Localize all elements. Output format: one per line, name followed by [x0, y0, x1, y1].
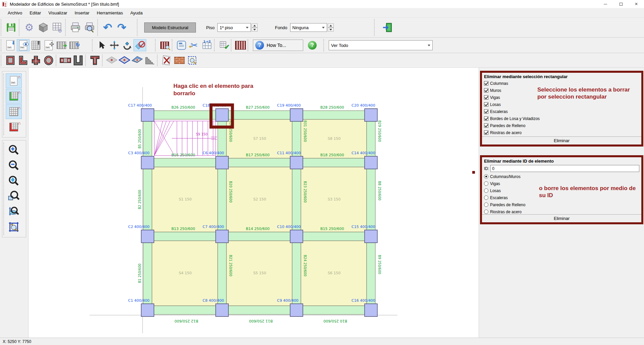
zoom-window-icon[interactable] [6, 189, 22, 204]
menu-item-visualizar[interactable]: Visualizar [45, 9, 71, 17]
redo-icon[interactable]: ↷ [115, 20, 129, 35]
stairs-icon[interactable] [144, 54, 156, 66]
svg-text:B27 250/600: B27 250/600 [246, 105, 270, 110]
snap-gridline-icon[interactable]: ∩ [6, 89, 22, 104]
deselect-icon[interactable] [133, 39, 146, 51]
save-icon[interactable] [4, 20, 18, 35]
find-element-icon[interactable] [158, 39, 171, 51]
menu-item-editar[interactable]: Editar [26, 9, 45, 17]
radio-icon[interactable] [484, 188, 488, 193]
radio-row[interactable]: Paredes de Relleno [482, 201, 641, 208]
checkbox-icon[interactable] [484, 102, 488, 107]
element-properties-icon[interactable] [175, 39, 188, 51]
grid-settings-icon[interactable]: ⚙ [50, 20, 64, 35]
svg-text:S5 150: S5 150 [253, 271, 266, 275]
checkbox-icon[interactable] [484, 123, 488, 128]
core-wall-section-icon[interactable] [72, 54, 85, 66]
radio-icon[interactable] [484, 181, 488, 186]
menu-item-herramientas[interactable]: Herramientas [93, 9, 127, 17]
fondo-combo[interactable]: Ninguna [290, 23, 327, 32]
checkbox-row[interactable]: Escaleras [482, 108, 641, 115]
close-button[interactable]: ✕ [629, 0, 644, 8]
move-element-icon[interactable] [108, 39, 121, 51]
drawing-canvas[interactable]: S7 150S8 150S1 150S2 150S3 150S4 150S5 1… [29, 68, 479, 338]
menu-item-insertar[interactable]: Insertar [71, 9, 93, 17]
t-beam-section-icon[interactable] [89, 54, 101, 66]
checkbox-icon[interactable] [484, 116, 488, 121]
inclined-slab-icon[interactable] [131, 54, 144, 66]
check-model-icon[interactable]: ✔ [217, 39, 230, 51]
dwg-visibility-icon[interactable]: DWG [17, 39, 30, 51]
building-review-icon[interactable] [234, 39, 247, 51]
svg-text:B11 250/600: B11 250/600 [249, 319, 273, 323]
structural-model-button[interactable]: Modelo Estructural [144, 22, 196, 33]
zoom-extents-icon[interactable] [6, 173, 22, 188]
radio-icon[interactable] [484, 203, 488, 207]
title-bar: Modelador de Edificios de SeismoStruct *… [0, 0, 644, 8]
toolbar-separator [323, 39, 326, 51]
flat-slab-icon[interactable] [105, 54, 118, 66]
zoom-dynamic-icon[interactable] [6, 204, 22, 219]
exit-icon[interactable] [381, 20, 395, 35]
checkbox-row[interactable]: Bordes de Losa y Voladizos [482, 115, 641, 122]
checkbox-icon[interactable] [484, 95, 488, 100]
section-cut-icon[interactable]: ✂● [188, 39, 201, 51]
minimize-button[interactable] [598, 0, 613, 8]
fondo-spinner[interactable] [328, 23, 334, 32]
zoom-out-icon[interactable] [6, 158, 22, 173]
menu-item-archivo[interactable]: Archivo [4, 9, 26, 17]
circular-column-section-icon[interactable] [42, 54, 55, 66]
snap-dwg-icon[interactable]: DWG∩ [6, 73, 22, 88]
radio-icon[interactable] [484, 210, 488, 214]
svg-text:C8 400/400: C8 400/400 [203, 298, 224, 303]
undo-icon[interactable]: ↶ [101, 20, 115, 35]
dwg-move-icon[interactable]: DWG✣ [42, 39, 55, 51]
dwg-import-icon[interactable]: DWG⬇ [4, 39, 17, 51]
checkbox-row[interactable]: Losas [482, 101, 641, 108]
radio-icon[interactable] [484, 174, 488, 179]
zoom-in-icon[interactable] [6, 142, 22, 157]
delete-element-icon[interactable] [160, 54, 173, 66]
selection-region-icon[interactable] [186, 54, 199, 66]
rect-column-section-icon[interactable] [4, 54, 17, 66]
toolbar-separator [172, 39, 174, 51]
view-filter-combo[interactable]: Ver Todo [329, 40, 433, 50]
rotate-element-icon[interactable] [121, 39, 133, 51]
snap-redgrid-icon[interactable]: ∩ [6, 120, 22, 134]
zoom-region-icon[interactable] [6, 220, 22, 234]
t-column-section-icon[interactable] [30, 54, 42, 66]
piso-spinner[interactable] [252, 23, 258, 32]
checkbox-icon[interactable] [484, 109, 488, 114]
eliminar-id-button[interactable]: Eliminar [482, 214, 641, 222]
print-icon[interactable] [68, 20, 83, 35]
piso-combo[interactable]: 1º piso [217, 23, 251, 32]
id-input[interactable] [490, 165, 639, 172]
building-import-icon[interactable]: ⬆ [30, 39, 42, 51]
view-3d-cube-icon[interactable] [36, 20, 50, 35]
eliminar-selection-button[interactable]: Eliminar [482, 136, 641, 145]
checkbox-row[interactable]: Columnas [482, 80, 641, 87]
checkbox-label: Bordes de Losa y Voladizos [490, 116, 540, 121]
radio-row[interactable]: Columnas/Muros [482, 173, 641, 180]
renumber-icon[interactable]: 1→3 [201, 39, 213, 51]
l-column-section-icon[interactable] [17, 54, 30, 66]
howto-button[interactable]: ? How To... [253, 40, 303, 51]
menu-item-ayuda[interactable]: Ayuda [127, 9, 147, 17]
checkbox-icon[interactable] [484, 81, 488, 85]
radio-icon[interactable] [484, 195, 488, 200]
checkbox-icon[interactable] [484, 130, 488, 135]
wall-section-icon[interactable] [59, 54, 72, 66]
checkbox-row[interactable]: Riostras de acero [482, 129, 641, 136]
checkbox-row[interactable]: Paredes de Relleno [482, 122, 641, 129]
floor-copy-icon[interactable]: ➜ [55, 39, 68, 51]
help-icon[interactable]: ? [306, 39, 319, 51]
maximize-button[interactable] [613, 0, 629, 8]
snap-grid-icon[interactable]: ∩ [6, 104, 22, 119]
checkbox-icon[interactable] [484, 88, 488, 93]
print-preview-icon[interactable] [83, 20, 97, 35]
select-arrow-icon[interactable] [95, 39, 108, 51]
infill-wall-icon[interactable] [173, 54, 186, 66]
floor-rotate-icon[interactable]: ↻ [68, 39, 80, 51]
settings-gears-icon[interactable]: ⚙ [22, 20, 36, 35]
slab-boundary-icon[interactable] [118, 54, 131, 66]
